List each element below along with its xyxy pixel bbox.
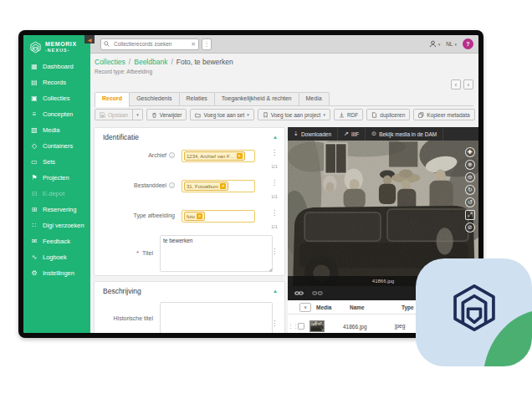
sidebar-item-containers[interactable]: ◇Containers — [23, 138, 90, 154]
collapse-section-icon[interactable]: ▲ — [273, 289, 278, 294]
sidebar-item-projecten[interactable]: ⚑Projecten — [23, 170, 90, 186]
help-button[interactable]: ? — [463, 38, 473, 49]
info-icon[interactable]: i — [169, 152, 175, 158]
field-menu-icon[interactable]: ⋮ — [269, 210, 279, 217]
pan-icon[interactable]: ✚ — [465, 147, 475, 157]
save-button[interactable]: Opslaan — [95, 109, 133, 120]
breadcrumb-collecties[interactable]: Collecties — [95, 58, 125, 66]
sidebar-item-label: Sets — [43, 158, 55, 166]
rdf-label: RDF — [347, 112, 358, 118]
save-label: Opslaan — [108, 112, 128, 118]
clear-search-icon[interactable]: ✕ — [191, 41, 196, 47]
rotate-right-icon[interactable]: ↻ — [465, 185, 475, 195]
breadcrumb-beeldbank[interactable]: Beeldbank — [134, 58, 167, 66]
zoom-in-icon[interactable]: ⊕ — [465, 160, 475, 170]
archief-field[interactable]: 1234, Archief van F…✕ — [182, 150, 255, 162]
sidebar-item-logboek[interactable]: ∿Logboek — [23, 249, 90, 265]
collapse-section-icon[interactable]: ▲ — [273, 135, 278, 140]
resize-handle[interactable]: ◢ — [269, 267, 272, 272]
next-record-button[interactable]: › — [463, 79, 473, 90]
rdf-button[interactable]: RDF — [334, 109, 363, 120]
tab-geschiedenis[interactable]: Geschiedenis — [129, 92, 179, 105]
zoom-out-icon[interactable]: ⊖ — [465, 172, 475, 182]
previous-record-button[interactable]: ‹ — [451, 79, 461, 90]
delete-button[interactable]: Verwijder — [146, 109, 187, 120]
media-thumbnail[interactable] — [309, 320, 325, 332]
remove-tag-icon[interactable]: ✕ — [197, 213, 202, 219]
sidebar-item-label: Dashboard — [43, 63, 74, 70]
field-menu-icon[interactable]: ⋮ — [269, 248, 279, 255]
account-menu[interactable]: ▾ — [429, 40, 441, 48]
view-in-dam-button[interactable]: ⊙Bekijk media in de DAM — [366, 127, 443, 141]
link-icon[interactable] — [294, 289, 304, 297]
download-media-button[interactable]: ⇣Downloaden — [288, 127, 338, 141]
remove-tag-icon[interactable]: ✕ — [237, 153, 243, 159]
dashboard-icon: ▦ — [30, 63, 38, 70]
reset-view-icon[interactable]: ⊘ — [465, 223, 475, 233]
row-checkbox[interactable] — [298, 323, 304, 330]
add-to-set-button[interactable]: Voeg toe aan set ▾ — [190, 109, 253, 120]
field-menu-icon[interactable]: ⋮ — [269, 150, 279, 156]
sidebar-item-dashboard[interactable]: ▦Dashboard — [23, 59, 90, 74]
column-header-name[interactable]: Name — [350, 304, 402, 310]
sidebar-item-sets[interactable]: ▭Sets — [23, 154, 90, 170]
field-menu-icon[interactable]: ⋮ — [269, 180, 279, 187]
remove-tag-icon[interactable]: ✕ — [220, 183, 226, 189]
tab-toegankelijkheid[interactable]: Toegankelijkheid & rechten — [214, 92, 299, 105]
help-label: ? — [466, 41, 469, 47]
copy-metadata-button[interactable]: Kopieer metadata — [413, 109, 474, 120]
search-input[interactable] — [112, 40, 188, 48]
column-header-media[interactable]: Media — [316, 304, 350, 310]
trash-icon — [151, 112, 157, 118]
collection-icon: ▣ — [30, 95, 38, 102]
tab-relaties[interactable]: Relaties — [179, 92, 215, 105]
sidebar-collapse-button[interactable]: ◀ — [84, 35, 95, 43]
drag-handle-icon[interactable]: ⋮⋮ — [288, 323, 296, 330]
historische-titel-textarea[interactable] — [160, 302, 273, 333]
rotate-left-icon[interactable]: ↺ — [465, 197, 475, 207]
chevron-down-icon: ▾ — [136, 112, 139, 117]
breadcrumb-separator: / — [129, 58, 130, 66]
search-box[interactable]: ✕ — [100, 38, 199, 50]
add-to-project-button[interactable]: Voeg toe aan project ▾ — [258, 109, 330, 120]
field-type-afbeelding: Type afbeelding foto✕ ⋮1/1 — [95, 210, 284, 229]
iiif-button[interactable]: ↗IIIF — [338, 127, 366, 141]
sidebar-item-records[interactable]: ▤Records — [23, 74, 90, 90]
sidebar-item-label: Instellingen — [43, 269, 74, 277]
field-historische-titel: Historische titel ⋮ — [95, 302, 284, 333]
sidebar-item-e-depot[interactable]: ⊟E-depot — [23, 186, 90, 202]
fullscreen-icon[interactable]: ⤢ — [465, 210, 475, 220]
sidebar-item-reservering[interactable]: ⊞Reservering — [23, 202, 90, 217]
sidebar-item-instellingen[interactable]: ⚙Instellingen — [23, 265, 90, 281]
archief-tag: 1234, Archief van F…✕ — [184, 151, 245, 161]
select-all-dropdown[interactable]: ∨ — [299, 303, 311, 312]
language-menu[interactable]: NL ▾ — [446, 41, 457, 47]
unlink-icon[interactable] — [312, 289, 323, 297]
add-to-set-label: Voeg toe aan set — [203, 112, 244, 118]
tab-record[interactable]: Record — [95, 92, 130, 107]
download-icon: ⇣ — [294, 130, 299, 137]
bestanddeel-field[interactable]: 31, Fotoalbum✕ — [182, 180, 255, 192]
search-options-button[interactable]: ⋮ — [202, 38, 212, 50]
info-icon[interactable]: i — [169, 182, 175, 188]
field-menu-icon[interactable]: ⋮ — [269, 320, 279, 327]
type-afbeelding-field[interactable]: foto✕ — [182, 210, 255, 223]
app-logo[interactable]: MEMORIX -NEXUS- — [23, 35, 90, 59]
duplicate-button[interactable]: dupliceren — [366, 109, 410, 120]
sidebar-item-feedback[interactable]: ✉Feedback — [23, 233, 90, 249]
field-count: 1/1 — [269, 194, 279, 199]
record-pager: ‹ › — [451, 79, 473, 90]
sidebar-item-collecties[interactable]: ▣Collecties — [23, 90, 90, 106]
tab-media[interactable]: Media — [299, 92, 330, 105]
sidebar-item-media[interactable]: ▧Media — [23, 122, 90, 138]
titel-textarea[interactable]: te bewerken ◢ — [160, 235, 273, 272]
media-type-cell: jpeg — [395, 323, 408, 329]
sidebar-item-label: Logboek — [43, 253, 67, 261]
type-tag: foto✕ — [184, 212, 205, 221]
sidebar-item-label: Records — [43, 79, 66, 86]
sidebar-item-concepten[interactable]: ≡Concepten — [23, 106, 90, 122]
chevron-down-icon: ∨ — [304, 304, 307, 309]
save-options-button[interactable]: ▾ — [133, 109, 143, 120]
image-icon: ▧ — [30, 126, 38, 134]
sidebar-item-digi-verzoeken[interactable]: ∷Digi verzoeken — [23, 217, 90, 233]
